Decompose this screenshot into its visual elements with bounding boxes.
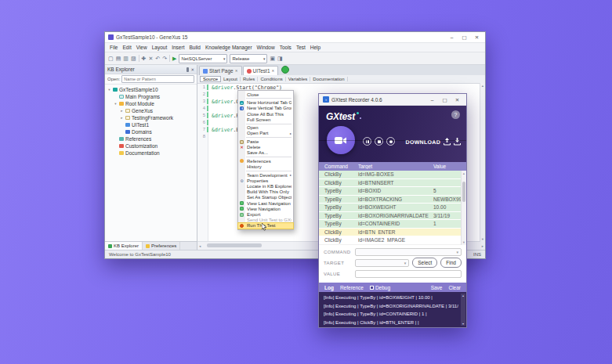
scroll-up-icon[interactable]: ▴: [462, 294, 464, 297]
tree-item-main-programs[interactable]: Main Programs: [105, 93, 197, 100]
pin-icon[interactable]: [186, 67, 189, 72]
menu-item-close[interactable]: Close: [238, 92, 293, 97]
undo-icon[interactable]: ↶: [155, 52, 160, 64]
column-value[interactable]: Value: [433, 164, 466, 169]
ide-titlebar[interactable]: GxTestSample10 - GeneXus 15 – ▢ ✕: [105, 32, 485, 43]
menu-tools[interactable]: Tools: [277, 45, 294, 50]
find-button[interactable]: Find: [440, 258, 462, 268]
menu-item-view-last-navigation[interactable]: View Last Navigation: [238, 200, 293, 206]
table-row[interactable]: TypeByid=BOXORIGINARRIVALDATE3/11/19: [319, 212, 466, 221]
menu-edit[interactable]: Edit: [120, 45, 133, 50]
scroll-left-icon[interactable]: ◂: [199, 244, 201, 248]
menu-item-history[interactable]: History: [238, 164, 293, 170]
table-row[interactable]: TypeByid=BOXID5: [319, 187, 466, 196]
scroll-up-icon[interactable]: ▴: [482, 84, 483, 88]
screenshot-button[interactable]: [386, 137, 395, 146]
table-scrollbar[interactable]: ▴ ▾: [461, 171, 466, 245]
close-icon[interactable]: ✕: [472, 33, 482, 41]
menu-item-send-unit-test[interactable]: Send Unit Test to GXserver: [238, 218, 293, 223]
menu-layout[interactable]: Layout: [150, 45, 170, 50]
column-target[interactable]: Target: [358, 164, 433, 169]
column-command[interactable]: Command: [319, 164, 358, 169]
configuration-dropdown[interactable]: Release ▾: [230, 54, 267, 63]
minimize-icon[interactable]: –: [427, 96, 437, 104]
cut-icon[interactable]: ✕: [148, 52, 153, 64]
scroll-down-icon[interactable]: ▾: [462, 322, 464, 326]
close-tab-icon[interactable]: ✕: [235, 69, 238, 73]
select-button[interactable]: Select: [412, 258, 437, 268]
menu-item-build-with-this-only[interactable]: Build With This Only: [238, 189, 293, 195]
scroll-down-icon[interactable]: ▾: [482, 237, 483, 241]
caret-icon[interactable]: ▾: [114, 102, 118, 106]
download-button[interactable]: DOWNLOAD: [406, 139, 440, 145]
recorder-titlebar[interactable]: › GXtest Recorder 4.0.6 – ▢ ✕: [319, 94, 466, 106]
scroll-up-icon[interactable]: ▴: [463, 171, 465, 175]
new-object-icon[interactable]: ▢: [108, 52, 114, 64]
table-row[interactable]: ClickByid=IMG-BOXES: [319, 171, 466, 179]
menu-file[interactable]: File: [107, 45, 120, 50]
menu-insert[interactable]: Insert: [169, 45, 186, 50]
tree-item-documentation[interactable]: Documentation: [105, 150, 197, 157]
split-view-icon[interactable]: ◨: [277, 52, 283, 64]
menu-item-new-horizontal-tab-group[interactable]: New Horizontal Tab Group: [238, 100, 293, 106]
scrollbar-thumb[interactable]: [462, 182, 465, 202]
menu-item-open-part[interactable]: Open Part▸: [238, 131, 293, 136]
target-dropdown[interactable]: ▾: [355, 259, 409, 267]
open-icon[interactable]: ▤: [116, 52, 121, 64]
kb-search-input[interactable]: [121, 75, 194, 83]
menu-item-open[interactable]: Open: [238, 125, 293, 131]
caret-icon[interactable]: ▸: [120, 116, 124, 120]
minimize-icon[interactable]: –: [447, 33, 457, 41]
download-icon[interactable]: [454, 138, 461, 146]
redo-icon[interactable]: ↷: [162, 52, 167, 64]
tree-item-kb-root[interactable]: ▾ GxTestSample10: [105, 86, 197, 93]
log-scrollbar[interactable]: ▴ ▾: [461, 294, 465, 326]
menu-help[interactable]: Help: [308, 45, 323, 50]
save-all-icon[interactable]: ▨: [131, 52, 136, 64]
debug-checkbox[interactable]: [370, 286, 374, 290]
table-row[interactable]: TypeByid=BOXWEIGHT10.00: [319, 204, 466, 212]
close-icon[interactable]: ✕: [452, 96, 462, 104]
menu-item-set-as-startup-object[interactable]: Set As Startup Object: [238, 195, 293, 200]
maximize-icon[interactable]: ▢: [459, 33, 469, 41]
value-input[interactable]: [355, 270, 462, 278]
tab-uitest[interactable]: UITest1 ✕: [243, 66, 279, 75]
menu-item-save-as[interactable]: Save As...: [238, 150, 293, 156]
menu-knowledge-manager[interactable]: Knowledge Manager: [203, 45, 255, 50]
debug-toggle[interactable]: Debug: [370, 285, 390, 290]
help-button[interactable]: ?: [451, 110, 460, 119]
scroll-right-icon[interactable]: ▸: [482, 244, 483, 248]
tree-item-references[interactable]: References: [105, 135, 197, 142]
menu-item-view-navigation[interactable]: View Navigation: [238, 206, 293, 211]
tree-item-customization[interactable]: Customization: [105, 142, 197, 150]
menu-item-properties[interactable]: ⚙Properties: [238, 178, 293, 183]
record-button[interactable]: [327, 126, 355, 154]
command-dropdown[interactable]: ▾: [355, 248, 462, 256]
close-panel-icon[interactable]: ✕: [190, 67, 194, 72]
menu-view[interactable]: View: [134, 45, 150, 50]
menu-item-paste[interactable]: Paste: [238, 139, 293, 144]
menu-test[interactable]: Test: [294, 45, 308, 50]
menu-item-locate-in-kb-explorer[interactable]: Locate in KB Explorer: [238, 184, 293, 189]
tab-kb-explorer[interactable]: KB Explorer: [105, 242, 143, 250]
clear-button[interactable]: Clear: [448, 285, 461, 290]
add-icon[interactable]: ✚: [142, 52, 147, 64]
save-button[interactable]: Save: [431, 285, 443, 290]
table-row[interactable]: ClickByid=IMAGE2_MPAGE: [319, 236, 466, 245]
menu-item-new-vertical-tab-group[interactable]: New Vertical Tab Group: [238, 106, 293, 111]
table-row[interactable]: ClickByid=BTNINSERT: [319, 179, 466, 188]
tree-item-root-module[interactable]: ▾ Root Module: [105, 100, 197, 107]
part-tab-layout[interactable]: Layout: [221, 77, 241, 81]
table-row[interactable]: TypeByid=BOXTRACKINGNEWBOX999: [319, 196, 466, 204]
vertical-scrollbar[interactable]: ▴ ▾: [480, 83, 485, 242]
tab-start-page[interactable]: Start Page ✕: [199, 66, 242, 75]
caret-icon[interactable]: ▸: [120, 109, 124, 113]
table-row[interactable]: TypeByid=CONTAINERID1: [319, 220, 466, 229]
reference-tab[interactable]: Reference: [340, 285, 364, 290]
tab-preferences[interactable]: Preferences: [143, 242, 180, 250]
menu-item-full-screen[interactable]: Full Screen: [238, 117, 293, 122]
menu-item-references[interactable]: References: [238, 158, 293, 164]
upload-icon[interactable]: [444, 138, 451, 146]
tree-item-testingframework[interactable]: ▸ TestingFramework: [105, 114, 197, 121]
window-layout-icon[interactable]: ▣: [270, 52, 275, 64]
